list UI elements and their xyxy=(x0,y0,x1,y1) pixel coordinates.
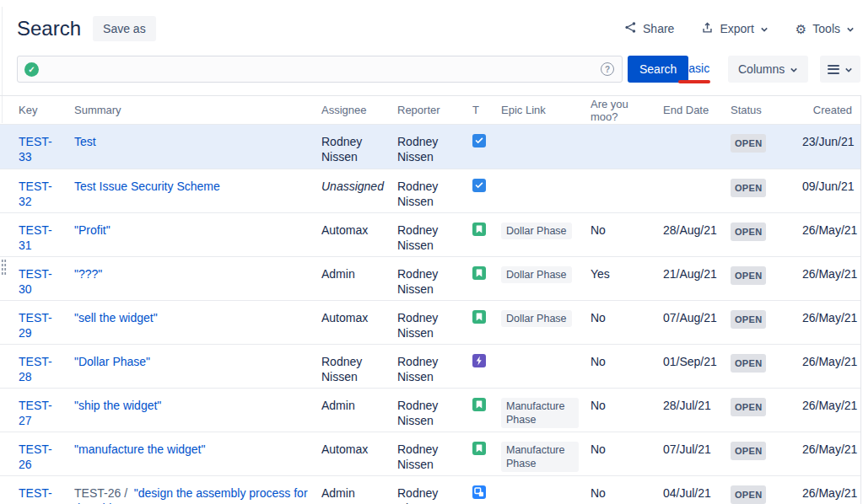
epic-link-chip[interactable]: Manufacture Phase xyxy=(501,398,579,428)
epic-link-chip[interactable]: Dollar Phase xyxy=(501,310,572,327)
end-date-cell xyxy=(663,169,731,212)
table-header-row: Key Summary Assignee Reporter T Epic Lin… xyxy=(0,95,860,124)
assignee-cell: Rodney Nissen xyxy=(321,125,397,169)
search-button[interactable]: Search xyxy=(628,56,688,83)
issue-key-link[interactable]: TEST-27 xyxy=(19,399,52,427)
epic-link-chip[interactable]: Manufacture Phase xyxy=(501,442,579,472)
status-badge: OPEN xyxy=(731,354,766,373)
reporter-cell: Rodney Nissen xyxy=(397,389,469,432)
are-you-moo-cell: No xyxy=(591,213,663,256)
save-as-button[interactable]: Save as xyxy=(93,16,156,41)
parent-issue-prefix: TEST-26 / xyxy=(74,486,134,500)
gear-icon: ⚙ xyxy=(796,23,806,35)
story-icon xyxy=(472,266,486,280)
assignee-cell: Admin xyxy=(321,257,397,300)
end-date-cell: 01/Sep/21 xyxy=(663,345,731,388)
status-badge: OPEN xyxy=(731,485,766,504)
epic-link-chip[interactable]: Dollar Phase xyxy=(501,266,572,283)
chevron-down-icon xyxy=(790,62,798,76)
column-header-key[interactable]: Key xyxy=(0,96,74,124)
issue-key-link[interactable]: TEST-32 xyxy=(19,180,52,208)
subtask-icon xyxy=(472,485,486,499)
issue-summary-link[interactable]: "manufacture the widget" xyxy=(74,442,205,456)
epic-link-chip[interactable]: Dollar Phase xyxy=(501,223,572,239)
issue-summary-link[interactable]: "???" xyxy=(74,267,102,281)
table-row[interactable]: TEST-31 "Profit" Automax Rodney Nissen D… xyxy=(0,212,860,256)
issue-key-link[interactable]: TEST-31 xyxy=(19,223,52,252)
created-cell: 26/May/21 xyxy=(802,432,860,475)
issue-summary-link[interactable]: "sell the widget" xyxy=(74,311,158,324)
created-cell: 26/May/21 xyxy=(802,301,860,344)
column-header-epic-link[interactable]: Epic Link xyxy=(501,96,591,124)
assignee-cell: Rodney Nissen xyxy=(321,345,397,388)
column-header-reporter[interactable]: Reporter xyxy=(397,96,469,124)
column-header-end-date[interactable]: End Date xyxy=(663,96,731,124)
column-header-summary[interactable]: Summary xyxy=(74,96,321,124)
basic-mode-link[interactable]: Basic xyxy=(681,62,709,75)
status-badge: OPEN xyxy=(731,179,766,197)
assignee-cell: Automax xyxy=(321,301,397,344)
task-icon xyxy=(472,134,486,147)
status-badge: OPEN xyxy=(731,134,766,153)
story-icon xyxy=(472,310,486,324)
columns-button[interactable]: Columns xyxy=(728,56,808,83)
issue-summary-link[interactable]: Test Issue Security Scheme xyxy=(74,180,220,193)
column-header-are-you-moo[interactable]: Are you moo? xyxy=(591,96,663,124)
table-row[interactable]: TEST-33 Test Rodney Nissen Rodney Nissen… xyxy=(0,124,860,169)
help-icon[interactable]: ? xyxy=(601,62,614,76)
table-row[interactable]: TEST-26 "manufacture the widget" Automax… xyxy=(0,432,860,475)
table-row[interactable]: TEST-28 "Dollar Phase" Rodney Nissen Rod… xyxy=(0,344,860,388)
reporter-cell: Rodney Nissen xyxy=(397,169,469,212)
issue-key-link[interactable]: TEST-30 xyxy=(19,267,52,296)
table-row[interactable]: TEST-27 "ship the widget" Admin Rodney N… xyxy=(0,388,860,432)
hamburger-icon xyxy=(828,62,839,76)
are-you-moo-cell: No xyxy=(591,345,663,388)
chevron-down-icon xyxy=(760,22,769,35)
issue-summary-link[interactable]: "ship the widget" xyxy=(74,399,161,412)
page-header: Search Save as Share Export ⚙ Tools xyxy=(17,13,855,44)
are-you-moo-cell: No xyxy=(591,476,663,504)
created-cell: 26/May/21 xyxy=(802,257,860,300)
issue-summary-link[interactable]: "Dollar Phase" xyxy=(74,355,150,368)
jql-query-box[interactable]: ✓ ? xyxy=(17,56,623,83)
column-header-assignee[interactable]: Assignee xyxy=(321,96,397,124)
status-badge: OPEN xyxy=(731,442,766,460)
end-date-cell: 21/Aug/21 xyxy=(663,257,731,300)
search-bar: ✓ ? Search Basic Columns xyxy=(0,56,863,84)
reporter-cell: Rodney Nissen xyxy=(397,301,469,344)
issue-key-link[interactable]: TEST-28 xyxy=(19,355,52,383)
chevron-down-icon xyxy=(846,22,855,35)
reporter-cell: Rodney Nissen xyxy=(397,125,469,169)
row-drag-handle-icon[interactable] xyxy=(1,259,7,276)
issue-key-link[interactable]: TEST-33 xyxy=(19,135,52,164)
column-header-type[interactable]: T xyxy=(469,96,501,124)
assignee-cell: Admin xyxy=(321,389,397,432)
tools-button[interactable]: ⚙ Tools xyxy=(796,22,855,35)
are-you-moo-cell: No xyxy=(591,301,663,344)
table-row[interactable]: TEST-32 Test Issue Security Scheme Unass… xyxy=(0,169,860,212)
issue-key-link[interactable]: TEST-29 xyxy=(19,311,52,340)
column-header-status[interactable]: Status xyxy=(731,96,802,124)
issue-summary-link[interactable]: "Profit" xyxy=(74,223,111,237)
query-valid-icon: ✓ xyxy=(24,62,39,77)
created-cell: 23/Jun/21 xyxy=(802,125,860,169)
column-header-created[interactable]: Created xyxy=(802,96,860,124)
table-row[interactable]: TEST-25 TEST-26 / "design the assembly p… xyxy=(0,475,860,504)
table-row[interactable]: TEST-30 "???" Admin Rodney Nissen Dollar… xyxy=(0,256,860,300)
created-cell: 26/May/21 xyxy=(802,476,860,504)
share-button[interactable]: Share xyxy=(624,21,674,36)
search-input[interactable] xyxy=(43,57,599,83)
table-row[interactable]: TEST-29 "sell the widget" Automax Rodney… xyxy=(0,300,860,344)
views-menu-button[interactable] xyxy=(820,56,860,83)
end-date-cell: 04/Jul/21 xyxy=(663,476,731,504)
are-you-moo-cell: No xyxy=(591,432,663,475)
end-date-cell: 07/Jul/21 xyxy=(663,432,731,475)
issue-key-link[interactable]: TEST-26 xyxy=(19,442,52,471)
issue-key-link[interactable]: TEST-25 xyxy=(19,486,52,504)
page-title: Search xyxy=(17,17,81,40)
export-button[interactable]: Export xyxy=(701,21,768,36)
reporter-cell: Rodney Nissen xyxy=(397,213,469,256)
reporter-cell: Rodney Nissen xyxy=(397,432,469,475)
are-you-moo-cell xyxy=(591,125,663,169)
issue-summary-link[interactable]: Test xyxy=(74,135,96,148)
